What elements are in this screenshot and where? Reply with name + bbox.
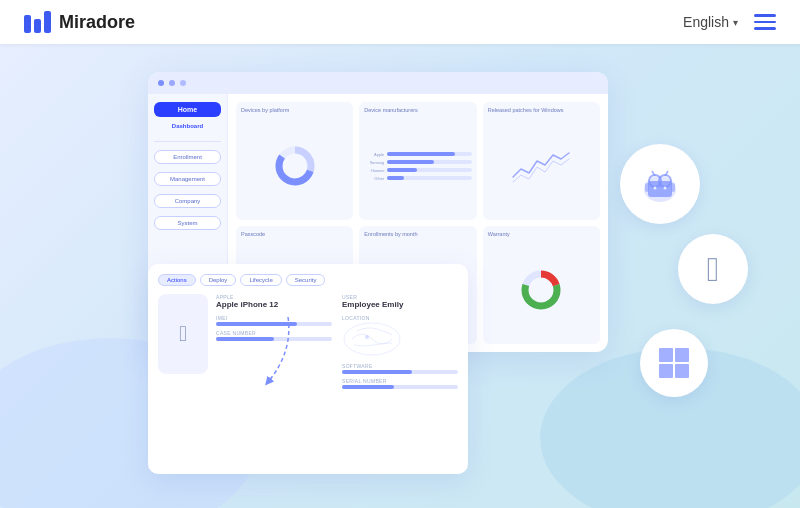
hbar-label-3: Huawei [364,168,384,173]
card-visual-1 [241,117,348,215]
card-title-6: Warranty [488,231,595,237]
logo-bar-1 [24,15,31,33]
hamburger-line-3 [754,27,776,30]
android-icon [637,161,683,207]
device-name: Apple iPhone 12 [216,300,332,309]
card-title-1: Devices by platform [241,107,348,113]
hbar-label-4: Other [364,176,384,181]
hbar-label-1: Apple [364,152,384,157]
software-label: Software [342,363,458,369]
card-visual-2: Apple Samsng [364,117,471,215]
card-visual-3 [488,117,595,215]
device-col-right: User Employee Emily Location [342,294,458,389]
hbar-fill-1 [387,152,454,156]
logo-bar-3 [44,11,51,33]
language-label: English [683,14,729,30]
apple-os-icon:  [707,252,719,286]
apple-icon-circle:  [678,234,748,304]
hbar-row-1: Apple [364,152,471,157]
sidebar-company[interactable]: Company [154,194,221,208]
card-device-manufacturers: Device manufacturers Apple Samsng [359,102,476,220]
user-name: Employee Emily [342,300,458,309]
tab-security[interactable]: Security [286,274,326,286]
window-titlebar [148,72,608,94]
win-dot-3 [180,80,186,86]
hbar-chart: Apple Samsng [364,152,471,181]
tab-lifecycle[interactable]: Lifecycle [240,274,281,286]
language-selector[interactable]: English ▾ [683,14,738,30]
hbar-track-2 [387,160,471,164]
hbar-fill-4 [387,176,404,180]
svg-rect-21 [671,183,675,192]
device-info-cols: Apple Apple iPhone 12 IMEI CASE NUMBER [216,294,458,389]
windows-icon-circle [640,329,708,397]
hamburger-menu[interactable] [754,14,776,30]
card-title-2: Device manufacturers [364,107,471,113]
hbar-row-2: Samsng [364,160,471,165]
tab-actions[interactable]: Actions [158,274,196,286]
card-visual-6 [488,241,595,339]
donut-chart-3 [519,268,563,312]
device-window: Actions Deploy Lifecycle Security  Appl… [148,264,468,474]
hbar-track-4 [387,176,471,180]
svg-rect-25 [675,364,689,378]
card-warranty: Warranty [483,226,600,344]
tab-deploy[interactable]: Deploy [200,274,237,286]
case-number-label: CASE NUMBER [216,330,332,336]
device-info: Apple Apple iPhone 12 IMEI CASE NUMBER [216,294,458,389]
case-bar-fill [216,337,274,341]
svg-rect-22 [659,348,673,362]
header-right: English ▾ [683,14,776,30]
svg-point-10 [365,335,369,339]
win-dot-2 [169,80,175,86]
serial-number-label: Serial number [342,378,458,384]
card-title-3: Released patches for Windows [488,107,595,113]
apple-device-icon:  [179,321,187,347]
imei-bar [216,322,332,326]
hbar-row-3: Huawei [364,168,471,173]
svg-rect-24 [659,364,673,378]
line-chart [511,147,571,185]
sidebar-home-btn[interactable]: Home [154,102,221,117]
card-title-4: Passcode [241,231,348,237]
sidebar-system[interactable]: System [154,216,221,230]
windows-icon [656,345,692,381]
sidebar-divider-1 [154,141,221,142]
card-released-patches: Released patches for Windows [483,102,600,220]
card-devices-by-platform: Devices by platform [236,102,353,220]
donut-chart-1 [273,144,317,188]
svg-point-19 [664,187,667,190]
hbar-track-1 [387,152,471,156]
device-tabs: Actions Deploy Lifecycle Security [158,274,458,286]
software-bar-fill [342,370,412,374]
hbar-track-3 [387,168,471,172]
win-dot-1 [158,80,164,86]
device-info-row:  Apple Apple iPhone 12 IMEI [158,294,458,389]
hbar-fill-3 [387,168,417,172]
logo-text: Miradore [59,12,135,33]
imei-bar-fill [216,322,297,326]
serial-bar [342,385,458,389]
device-icon-box:  [158,294,208,374]
main-area: Home Dashboard Enrollment Management Com… [0,44,800,508]
svg-point-18 [654,187,657,190]
sidebar-management[interactable]: Management [154,172,221,186]
card-title-5: Enrollments by month [364,231,471,237]
software-bar [342,370,458,374]
case-bar [216,337,332,341]
world-map-mini [342,321,402,357]
logo-icon [24,11,51,33]
hbar-fill-2 [387,160,433,164]
language-arrow-icon: ▾ [733,17,738,28]
device-col-left: Apple Apple iPhone 12 IMEI CASE NUMBER [216,294,332,389]
hbar-label-2: Samsng [364,160,384,165]
svg-rect-23 [675,348,689,362]
android-icon-circle [620,144,700,224]
hbar-row-4: Other [364,176,471,181]
serial-bar-fill [342,385,394,389]
logo-bar-2 [34,19,41,33]
hamburger-line-2 [754,21,776,24]
header: Miradore English ▾ [0,0,800,44]
hamburger-line-1 [754,14,776,17]
sidebar-enrollment[interactable]: Enrollment [154,150,221,164]
